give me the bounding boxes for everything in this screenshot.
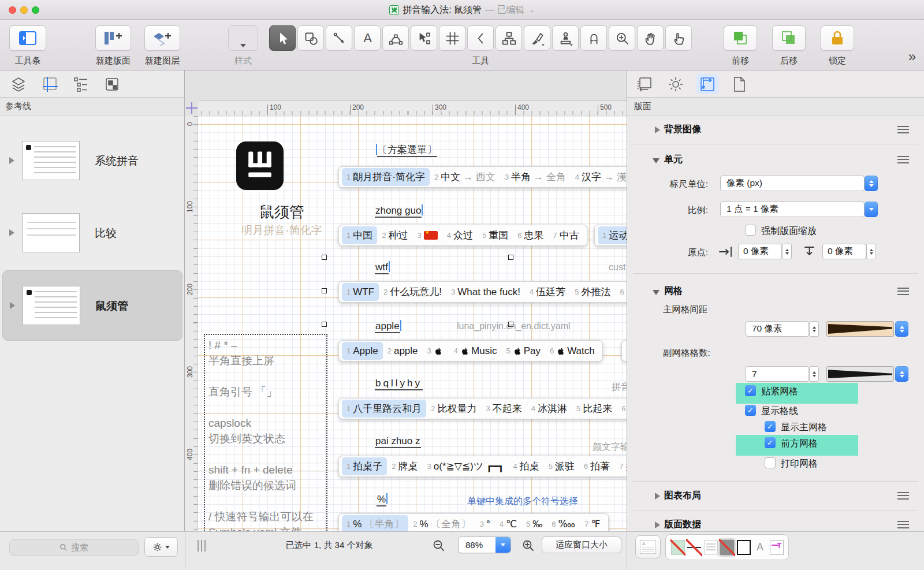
canvas-item-3[interactable]: 鼠须管	[2, 270, 182, 341]
sidebar-action-button[interactable]	[144, 537, 178, 557]
candidate-item[interactable]: 2apple	[383, 342, 423, 360]
section-menu-icon[interactable]	[897, 492, 909, 500]
minor-grid-stepper[interactable]	[809, 366, 819, 382]
major-grid-color-well[interactable]	[826, 321, 894, 337]
zoom-out-button[interactable]	[432, 539, 446, 553]
candidate-item[interactable]: 4Music	[449, 342, 502, 360]
style-well-button[interactable]	[228, 25, 258, 51]
checkbox-打印网格[interactable]	[765, 457, 776, 468]
selection-handle[interactable]	[322, 322, 327, 327]
fit-window-button[interactable]: 适应窗口大小	[542, 537, 621, 553]
text-tool[interactable]: A	[354, 25, 381, 51]
candidate-item[interactable]: 2种过	[377, 226, 412, 244]
ruler-unit-select[interactable]: 像素 (px)	[720, 176, 865, 191]
line-tool[interactable]	[326, 25, 352, 51]
ruler-unit-stepper[interactable]	[865, 176, 878, 191]
checkbox-贴紧网格[interactable]: ✓	[745, 385, 756, 396]
candidate-item[interactable]: 5比起来	[572, 400, 617, 418]
major-grid-field[interactable]: 70 像素	[746, 321, 809, 337]
scale-dropdown-icon[interactable]	[865, 202, 878, 217]
disclosure-icon[interactable]	[653, 158, 660, 167]
candidate-item[interactable]: 3°	[475, 515, 495, 531]
style-preview-chit[interactable]	[635, 535, 661, 558]
pan-tool[interactable]	[637, 25, 664, 51]
candidate-item[interactable]: 5派驻	[544, 457, 579, 475]
zoom-level-select[interactable]: 88%	[458, 537, 511, 553]
canvas-size-tab[interactable]	[696, 74, 719, 94]
objects-tab[interactable]	[100, 74, 124, 94]
force-scale-checkbox[interactable]	[745, 225, 756, 236]
origin-y-field[interactable]: 0 像素	[822, 244, 866, 259]
fill-none-chit[interactable]	[671, 540, 685, 555]
candidate-item[interactable]: 3o(*≧▽≦)ツ ┏━┓	[422, 457, 508, 475]
origin-x-stepper[interactable]	[782, 244, 792, 259]
section-background-image[interactable]: 背景图像	[627, 121, 924, 139]
checkbox-前方网格[interactable]: ✓	[765, 437, 776, 448]
selection-handle[interactable]	[322, 288, 327, 293]
zoom-tool[interactable]	[609, 25, 635, 51]
squirrel-logo[interactable]	[236, 141, 284, 190]
candidate-window-scheme[interactable]: 1朙月拼音·简化字2中文→ 西文3半角→ 全角4汉字→ 漢字	[338, 166, 627, 188]
disclosure-icon[interactable]	[655, 521, 660, 528]
new-layer-button[interactable]	[144, 25, 180, 51]
candidate-item[interactable]: 3	[423, 342, 449, 360]
section-menu-icon[interactable]	[897, 288, 909, 295]
section-menu-icon[interactable]	[897, 156, 909, 163]
minor-grid-field[interactable]: 7	[746, 366, 809, 382]
disclosure-icon[interactable]	[655, 493, 660, 500]
document-tab[interactable]	[728, 74, 751, 94]
origin-y-stepper[interactable]	[866, 244, 876, 259]
candidate-item[interactable]: 6‱	[547, 515, 580, 531]
outline-tab[interactable]	[69, 74, 92, 94]
canvas-item-1[interactable]: 系统拼音	[2, 126, 182, 196]
candidate-window-zhongguo[interactable]: 1中国2种过3★4众过5重国6忠果7中古	[338, 225, 587, 246]
candidate-item[interactable]: 2牌桌	[387, 457, 422, 475]
diagram-tool[interactable]	[495, 25, 522, 51]
canvases-tab[interactable]	[38, 74, 61, 94]
origin-x-field[interactable]: 0 像素	[738, 244, 782, 259]
style-brush-tool[interactable]	[524, 25, 550, 51]
collapse-tools-button[interactable]	[467, 25, 494, 51]
candidate-item[interactable]: 1拍桌子	[342, 457, 387, 475]
shape-tool[interactable]	[297, 25, 324, 51]
bring-forward-button[interactable]	[724, 25, 757, 51]
image-style-chit[interactable]	[704, 540, 718, 555]
section-grid[interactable]: 网格	[627, 283, 924, 300]
geometry-tab[interactable]	[633, 74, 656, 94]
candidate-item[interactable]: 2%〔全角〕	[408, 515, 475, 531]
candidate-item[interactable]: 2比权量力	[426, 400, 481, 418]
action-browse-tool[interactable]	[665, 25, 692, 51]
stroke-style-chit[interactable]	[737, 540, 751, 555]
candidate-window-pai[interactable]: 1拍桌子2牌桌3o(*≧▽≦)ツ ┏━┓4拍桌5派驻6拍著7排队	[338, 456, 627, 477]
section-menu-icon[interactable]	[897, 521, 909, 528]
candidate-item[interactable]: 5Pay	[501, 342, 545, 360]
shadow-none-chit[interactable]	[720, 540, 734, 555]
candidate-item[interactable]: 7排队	[614, 457, 627, 475]
canvas-page[interactable]: 鼠须管 明月拼音·简化字 ! # * –半角直接上屏直角引号 「」capsloc…	[198, 116, 627, 531]
pen-tool[interactable]	[382, 25, 409, 51]
selection-handle[interactable]	[322, 255, 327, 260]
checkbox-显示格线[interactable]: ✓	[745, 405, 756, 416]
minor-grid-color-well[interactable]	[826, 366, 894, 382]
candidate-item[interactable]: 4伍廷芳	[525, 283, 570, 301]
candidate-item[interactable]: 4冰淇淋	[527, 400, 572, 418]
zoom-in-button[interactable]	[521, 539, 535, 553]
candidate-item[interactable]: 6忠果	[513, 226, 548, 244]
candidate-item[interactable]: 1WTF	[342, 283, 379, 301]
statusbar-grip[interactable]	[198, 540, 207, 552]
candidate-item[interactable]: 6Watch	[545, 342, 599, 360]
settings-tab[interactable]	[664, 74, 687, 94]
candidate-item[interactable]: 1八千里路云和月	[342, 400, 426, 418]
toolbar-overflow-icon[interactable]: »	[908, 49, 914, 65]
lock-button[interactable]	[821, 25, 854, 51]
point-editor-tool[interactable]	[411, 25, 437, 51]
magnet-tool[interactable]	[580, 25, 607, 51]
canvas-item-2[interactable]: 比较	[2, 198, 182, 269]
candidate-item[interactable]: 3★	[412, 226, 442, 244]
new-canvas-button[interactable]	[95, 25, 131, 51]
checkbox-显示主网格[interactable]: ✓	[765, 421, 776, 432]
candidate-item[interactable]: 5外推法	[570, 283, 615, 301]
section-units[interactable]: 单元	[627, 151, 924, 169]
candidate-item[interactable]: 1%〔半角〕	[342, 515, 408, 531]
disclosure-icon[interactable]	[653, 290, 660, 299]
